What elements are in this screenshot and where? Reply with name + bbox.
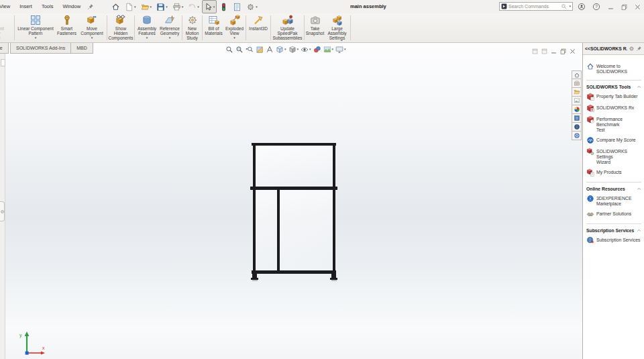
print-button[interactable]: ▾ — [170, 0, 186, 13]
tab-mbd[interactable]: MBD — [70, 43, 93, 54]
collapse-chevron-icon[interactable] — [637, 228, 641, 233]
large-assembly-settings-button[interactable]: Large Assembly Settings — [325, 13, 350, 42]
annotation-view-button[interactable] — [265, 46, 274, 54]
task-pane-pin-icon[interactable] — [636, 46, 642, 52]
frame-lower-right-panel[interactable] — [280, 190, 333, 270]
instant3d-button[interactable]: Instant3D — [247, 13, 270, 42]
print-button-caret[interactable]: ▾ — [182, 5, 184, 9]
display-style-button[interactable]: ▾ — [288, 46, 300, 54]
undo-button[interactable]: ▾ — [186, 0, 201, 13]
collapsed-panel-button[interactable] — [1, 59, 5, 66]
frame-left-post[interactable] — [253, 144, 256, 273]
smart-fasteners-button[interactable]: Smart Fasteners — [56, 13, 78, 42]
new-document-button[interactable]: ▾ — [123, 0, 138, 13]
search-icon[interactable] — [561, 3, 567, 9]
linear-component-pattern-button-caret[interactable]: ▾ — [35, 36, 37, 40]
bill-of-materials-button[interactable]: Bill of Materials — [203, 13, 224, 42]
move-component-button-caret[interactable]: ▾ — [91, 36, 93, 40]
task-tab-home[interactable] — [572, 70, 582, 79]
frame-mid-rail[interactable] — [250, 187, 337, 190]
zoom-to-fit-button[interactable] — [225, 46, 234, 54]
search-dropdown-caret[interactable]: ▾ — [569, 5, 571, 8]
view-orientation-button[interactable]: ▾ — [275, 46, 287, 54]
frame-right-post[interactable] — [333, 144, 335, 273]
tab-evaluate[interactable]: Evaluate — [0, 43, 9, 54]
minimize-button[interactable] — [606, 2, 615, 11]
menu-view[interactable]: View — [0, 0, 15, 13]
open-button[interactable]: ▾ — [139, 0, 154, 13]
view-orientation-button-caret[interactable]: ▾ — [284, 48, 286, 51]
view-settings-button-caret[interactable]: ▾ — [344, 48, 346, 51]
exploded-view-button-caret[interactable]: ▾ — [233, 36, 235, 40]
partner-solutions-link[interactable]: Partner Solutions — [586, 210, 643, 218]
frame-center-post[interactable] — [277, 190, 280, 272]
solidworks-rx-link[interactable]: SOLIDWORKS Rx — [586, 104, 643, 112]
apply-scene-button[interactable]: ▾ — [323, 46, 335, 54]
doc-window-icon-1[interactable] — [531, 46, 539, 58]
select-button-caret[interactable]: ▾ — [213, 5, 215, 9]
zoom-to-area-button[interactable] — [235, 46, 244, 54]
doc-minimize-button[interactable] — [550, 46, 557, 58]
task-tab-3dexperience[interactable] — [572, 132, 582, 140]
task-tab-file-explorer[interactable] — [572, 88, 582, 97]
subscription-services-link[interactable]: Subscription Services — [586, 236, 643, 244]
options-button-caret[interactable]: ▾ — [256, 5, 258, 9]
take-snapshot-button[interactable]: Take Snapshot — [305, 13, 325, 42]
section-view-button[interactable] — [255, 46, 264, 54]
property-tab-builder-link[interactable]: Property Tab Builder — [586, 93, 643, 101]
user-account-button[interactable] — [577, 2, 586, 11]
view-settings-button[interactable]: ▾ — [335, 46, 347, 54]
help-button[interactable]: ? — [592, 2, 601, 11]
frame-top-rail[interactable] — [252, 143, 336, 146]
frame-lower-left-panel[interactable] — [256, 190, 277, 270]
assembly-features-button[interactable]: Assembly Features▾ — [136, 13, 158, 42]
close-button[interactable] — [633, 2, 642, 11]
select-button[interactable]: ▾ — [202, 0, 217, 13]
settings-wizard-link[interactable]: SOLIDWORKS Settings Wizard — [586, 148, 643, 165]
compare-my-score-link[interactable]: Compare My Score — [586, 136, 643, 144]
reference-geometry-button-caret[interactable]: ▾ — [169, 36, 171, 40]
tab-solidworks-add-ins[interactable]: SOLIDWORKS Add-Ins — [10, 43, 71, 54]
undo-button-caret[interactable]: ▾ — [197, 5, 199, 9]
menu-tools[interactable]: Tools — [37, 0, 58, 13]
collapse-chevron-icon[interactable] — [637, 85, 641, 89]
marketplace-link[interactable]: 3DEXPERIENCE Marketplace — [586, 195, 643, 207]
graphics-area[interactable]: y x — [5, 43, 582, 359]
menu-insert[interactable]: Insert — [15, 0, 37, 13]
save-button-caret[interactable]: ▾ — [166, 5, 168, 9]
exploded-view-button[interactable]: Exploded View▾ — [224, 13, 245, 42]
welcome-link[interactable]: Welcome to SOLIDWORKS — [586, 62, 643, 74]
task-tab-forum[interactable] — [572, 123, 582, 132]
task-pane-options-gear-icon[interactable] — [629, 46, 635, 52]
task-tab-appearances[interactable] — [572, 105, 582, 114]
command-search-box[interactable]: Search Commands ▾ — [499, 2, 573, 11]
menu-window[interactable]: Window — [58, 0, 85, 13]
move-component-button[interactable]: Move Component▾ — [78, 13, 106, 42]
home-button[interactable] — [109, 0, 122, 13]
save-button[interactable]: ▾ — [154, 0, 170, 13]
doc-restore-button[interactable] — [559, 46, 567, 58]
options-button[interactable]: ▾ — [244, 0, 260, 13]
new-document-button-caret[interactable]: ▾ — [134, 5, 136, 9]
apply-scene-button-caret[interactable]: ▾ — [332, 48, 334, 51]
panel-splitter-handle[interactable] — [0, 201, 5, 221]
frame-top-panel[interactable] — [256, 146, 333, 187]
frame-bottom-rail[interactable] — [252, 270, 336, 274]
performance-benchmark-link[interactable]: Performance Benchmark Test — [586, 115, 643, 133]
edit-appearance-button[interactable] — [313, 46, 322, 54]
doc-close-button[interactable] — [569, 46, 576, 58]
linear-component-pattern-button[interactable]: Linear Component Pattern▾ — [15, 13, 56, 42]
collapse-chevron-icon[interactable] — [637, 187, 641, 191]
doc-window-icon-2[interactable] — [541, 46, 548, 58]
hide-show-items-button-caret[interactable]: ▾ — [309, 48, 311, 51]
display-style-button-caret[interactable]: ▾ — [297, 48, 299, 51]
open-button-caret[interactable]: ▾ — [150, 5, 152, 9]
new-motion-study-button[interactable]: New Motion Study — [183, 13, 201, 42]
previous-view-button[interactable] — [245, 46, 254, 54]
hide-show-items-button[interactable]: ▾ — [300, 46, 312, 54]
assembly-features-button-caret[interactable]: ▾ — [146, 36, 148, 40]
show-hidden-components-button[interactable]: Show Hidden Components — [108, 13, 133, 42]
restore-button[interactable] — [619, 2, 629, 11]
file-properties-button[interactable] — [231, 0, 244, 13]
task-tab-view-palette[interactable] — [572, 97, 582, 105]
